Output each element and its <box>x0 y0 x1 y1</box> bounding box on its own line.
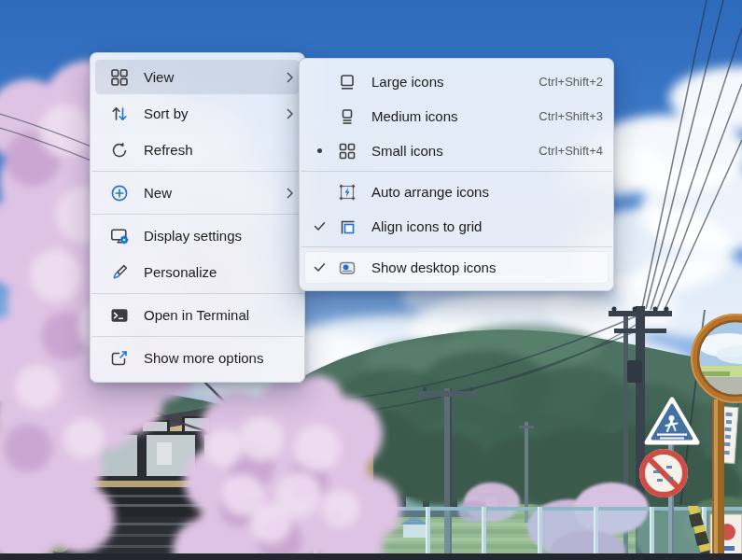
menu-item-refresh[interactable]: Refresh <box>95 133 300 167</box>
submenu-item-small-icons[interactable]: Small icons Ctrl+Shift+4 <box>304 134 609 167</box>
submenu-item-label: Small icons <box>371 143 525 159</box>
menu-separator <box>91 293 303 294</box>
desktop-context-menu: View Sort by Refresh <box>90 52 305 383</box>
menu-item-view[interactable]: View <box>95 60 300 94</box>
view-submenu: Large icons Ctrl+Shift+2 Medium icons Ct… <box>299 58 614 291</box>
menu-separator <box>301 246 612 247</box>
plus-circle-icon <box>110 184 129 203</box>
bottom-strip <box>0 553 742 560</box>
menu-item-label: New <box>144 185 286 201</box>
submenu-item-auto-arrange-icons[interactable]: Auto arrange icons <box>304 175 609 208</box>
menu-item-label: Display settings <box>144 228 294 244</box>
submenu-item-label: Medium icons <box>371 108 525 124</box>
medium-icons-icon <box>338 107 357 126</box>
paintbrush-icon <box>110 263 129 282</box>
refresh-icon <box>110 141 129 160</box>
submenu-item-medium-icons[interactable]: Medium icons Ctrl+Shift+3 <box>304 100 609 133</box>
chevron-right-icon <box>286 187 294 200</box>
submenu-item-label: Show desktop icons <box>371 259 603 275</box>
menu-separator <box>301 171 612 172</box>
submenu-item-align-icons-to-grid[interactable]: Align icons to grid <box>304 210 609 243</box>
sort-arrows-icon <box>110 105 129 123</box>
menu-item-personalize[interactable]: Personalize <box>95 255 300 289</box>
menu-item-display-settings[interactable]: Display settings <box>95 218 300 253</box>
auto-arrange-icon <box>338 183 357 202</box>
submenu-item-label: Auto arrange icons <box>371 184 603 200</box>
checkmark-icon <box>314 221 326 231</box>
display-settings-icon <box>110 227 129 245</box>
checkmark-icon <box>314 262 326 273</box>
menu-item-label: Open in Terminal <box>144 307 294 323</box>
menu-item-label: Sort by <box>144 105 286 121</box>
menu-item-label: View <box>144 69 286 85</box>
menu-separator <box>91 214 303 215</box>
menu-separator <box>91 336 303 337</box>
desktop: View Sort by Refresh <box>0 0 742 560</box>
shortcut-label: Ctrl+Shift+4 <box>525 144 603 158</box>
menu-item-new[interactable]: New <box>95 175 300 210</box>
align-grid-icon <box>338 217 357 236</box>
no-parking-sign <box>639 449 688 497</box>
menu-item-label: Personalize <box>144 264 294 280</box>
grid-icon <box>110 68 129 87</box>
show-desktop-icon <box>338 259 357 277</box>
menu-separator <box>91 171 303 172</box>
terminal-icon <box>110 306 129 325</box>
large-icons-icon <box>338 73 357 91</box>
shortcut-label: Ctrl+Shift+3 <box>525 109 603 123</box>
menu-item-label: Refresh <box>144 142 294 158</box>
shortcut-label: Ctrl+Shift+2 <box>525 75 603 89</box>
selected-radio-bullet <box>317 148 322 153</box>
menu-item-label: Show more options <box>144 350 294 366</box>
submenu-item-show-desktop-icons[interactable]: Show desktop icons <box>304 251 609 284</box>
menu-item-open-in-terminal[interactable]: Open in Terminal <box>95 298 300 332</box>
menu-item-show-more-options[interactable]: Show more options <box>95 341 300 375</box>
external-arrow-icon <box>110 349 129 368</box>
chevron-right-icon <box>286 107 294 120</box>
submenu-item-large-icons[interactable]: Large icons Ctrl+Shift+2 <box>304 65 609 98</box>
chevron-right-icon <box>286 71 294 84</box>
menu-item-sort-by[interactable]: Sort by <box>95 96 300 131</box>
small-icons-icon <box>338 142 357 161</box>
submenu-item-label: Align icons to grid <box>371 218 603 234</box>
submenu-item-label: Large icons <box>371 74 525 90</box>
